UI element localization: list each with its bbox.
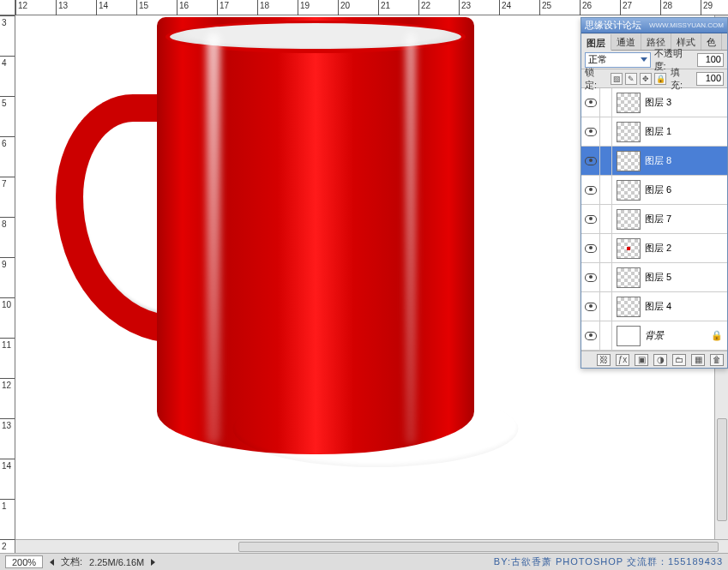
layer-thumbnail[interactable]: [617, 267, 641, 288]
mug-base-shadow: [233, 390, 519, 467]
adjustment-layer-icon[interactable]: ◑: [653, 354, 667, 366]
layer-visibility-toggle[interactable]: [581, 234, 600, 263]
layer-link-col[interactable]: [600, 292, 612, 321]
layer-visibility-toggle[interactable]: [581, 176, 600, 205]
delete-layer-icon[interactable]: 🗑: [710, 354, 724, 366]
ruler-h-tick: 29: [701, 0, 728, 15]
panel-site: WWW.MISSYUAN.COM: [649, 21, 724, 29]
zoom-left-icon[interactable]: [50, 559, 54, 566]
lock-all-icon[interactable]: 🔒: [654, 73, 666, 85]
ruler-horizontal[interactable]: 121314151617181920212223242526272829: [15, 0, 728, 15]
ruler-h-tick: 24: [499, 0, 539, 15]
layer-thumbnail[interactable]: [617, 238, 641, 259]
layer-name[interactable]: 图层 8: [645, 154, 727, 167]
ruler-h-tick: 22: [418, 0, 459, 15]
layer-name[interactable]: 图层 3: [645, 96, 727, 109]
layer-thumbnail[interactable]: [617, 209, 641, 230]
lock-transparency-icon[interactable]: ▧: [611, 73, 623, 85]
layer-visibility-toggle[interactable]: [581, 88, 600, 117]
layer-name[interactable]: 图层 2: [645, 242, 727, 255]
layer-name[interactable]: 图层 7: [645, 213, 727, 225]
ruler-v-tick: 6: [0, 136, 15, 177]
layer-row[interactable]: 背景🔒: [581, 321, 727, 351]
layer-row[interactable]: 图层 8: [581, 147, 727, 176]
credit-text: BY:古欲香萧 PHOTOSHOP 交流群：155189433: [494, 555, 723, 568]
layer-thumbnail[interactable]: [617, 122, 641, 142]
panel-footer: ⛓ ƒx ▣ ◑ 🗀 ▦ 🗑: [581, 351, 727, 368]
ruler-v-tick: 7: [0, 177, 15, 217]
opacity-input[interactable]: 100: [697, 53, 724, 67]
ruler-vertical[interactable]: 345678910111213141234: [0, 15, 15, 553]
layer-thumbnail[interactable]: [617, 326, 641, 346]
doc-menu-icon[interactable]: [151, 559, 155, 566]
layer-link-col[interactable]: [600, 117, 612, 147]
layer-visibility-toggle[interactable]: [581, 321, 600, 351]
zoom-field[interactable]: 200%: [5, 555, 43, 568]
layer-visibility-toggle[interactable]: [581, 263, 600, 292]
doc-size: 2.25M/6.16M: [89, 557, 144, 567]
ruler-h-tick: 21: [378, 0, 418, 15]
ruler-h-tick: 28: [660, 0, 701, 15]
ruler-h-tick: 26: [580, 0, 620, 15]
layer-row[interactable]: 图层 6: [581, 176, 727, 205]
layer-link-col[interactable]: [600, 88, 612, 117]
eye-icon: [585, 128, 597, 136]
layer-link-col[interactable]: [600, 205, 612, 234]
layer-link-col[interactable]: [600, 321, 612, 351]
layer-visibility-toggle[interactable]: [581, 205, 600, 234]
layer-row[interactable]: 图层 3: [581, 88, 727, 117]
layer-row[interactable]: 图层 4: [581, 292, 727, 321]
mug-artwork: [157, 17, 474, 471]
layer-link-col[interactable]: [600, 147, 612, 176]
scrollbar-horizontal[interactable]: [15, 539, 728, 553]
eye-icon: [585, 99, 597, 107]
tab-layers[interactable]: 图层: [581, 34, 611, 51]
layer-mask-icon[interactable]: ▣: [635, 354, 648, 366]
eye-icon: [585, 332, 597, 340]
layer-name[interactable]: 背景: [645, 329, 711, 342]
mug-body: [157, 17, 474, 454]
status-bar: 200% 文档: 2.25M/6.16M BY:古欲香萧 PHOTOSHOP 交…: [0, 553, 728, 570]
panel-titlebar[interactable]: 思缘设计论坛 WWW.MISSYUAN.COM: [581, 18, 727, 33]
layer-thumbnail[interactable]: [617, 151, 641, 171]
ruler-v-tick: 5: [0, 96, 15, 136]
layer-style-icon[interactable]: ƒx: [616, 354, 629, 366]
tab-colors[interactable]: 色: [701, 33, 722, 50]
layer-row[interactable]: 图层 5: [581, 263, 727, 292]
layer-link-col[interactable]: [600, 263, 612, 292]
new-group-icon[interactable]: 🗀: [672, 354, 686, 366]
layer-name[interactable]: 图层 5: [645, 271, 727, 284]
ruler-v-tick: 4: [0, 56, 15, 96]
layer-thumbnail[interactable]: [617, 297, 641, 317]
ruler-v-tick: 12: [0, 378, 15, 418]
ruler-h-tick: 19: [298, 0, 338, 15]
lock-icon: 🔒: [711, 330, 723, 341]
lock-brush-icon[interactable]: ✎: [625, 73, 637, 85]
layer-name[interactable]: 图层 1: [645, 125, 727, 138]
tab-channels[interactable]: 通道: [611, 33, 641, 50]
layer-visibility-toggle[interactable]: [581, 147, 600, 176]
layer-row[interactable]: 图层 1: [581, 117, 727, 147]
layer-name[interactable]: 图层 6: [645, 183, 727, 196]
eye-icon: [585, 303, 597, 311]
fill-input[interactable]: 100: [696, 72, 724, 86]
lock-label: 锁定:: [585, 66, 606, 92]
mug-highlight-left: [207, 33, 220, 444]
link-layers-icon[interactable]: ⛓: [597, 354, 611, 366]
layer-link-col[interactable]: [600, 234, 612, 263]
lock-move-icon[interactable]: ✥: [640, 73, 652, 85]
chevron-down-icon: [641, 57, 647, 62]
layer-thumbnail[interactable]: [617, 93, 641, 113]
layer-thumbnail[interactable]: [617, 180, 641, 201]
layer-visibility-toggle[interactable]: [581, 117, 600, 147]
ruler-h-tick: 18: [257, 0, 298, 15]
layer-link-col[interactable]: [600, 176, 612, 205]
layer-row[interactable]: 图层 2: [581, 234, 727, 263]
layer-row[interactable]: 图层 7: [581, 205, 727, 234]
scrollbar-thumb-h[interactable]: [238, 542, 719, 552]
layer-name[interactable]: 图层 4: [645, 300, 727, 313]
ruler-h-tick: 14: [96, 0, 136, 15]
new-layer-icon[interactable]: ▦: [691, 354, 705, 366]
scrollbar-thumb-v[interactable]: [717, 418, 727, 521]
layer-visibility-toggle[interactable]: [581, 292, 600, 321]
